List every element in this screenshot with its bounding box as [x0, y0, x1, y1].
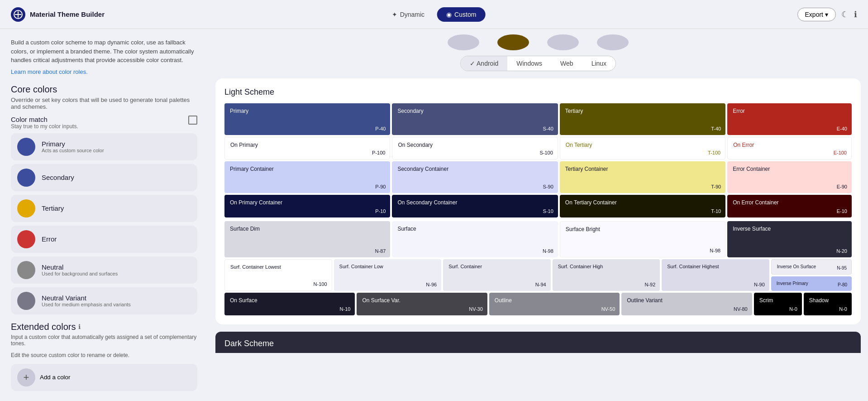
dark-mode-button[interactable]: ☾: [841, 10, 849, 19]
block-on-secondary[interactable]: On Secondary S-100: [392, 137, 558, 159]
error-color-circle: [17, 230, 35, 248]
color-item-tertiary[interactable]: Tertiary: [11, 195, 197, 222]
primary-label: Primary: [42, 140, 104, 148]
block-error[interactable]: Error E-40: [727, 103, 852, 135]
block-inverse-primary[interactable]: Inverse Primary P-80: [771, 276, 852, 291]
dynamic-icon: ✦: [392, 11, 397, 18]
block-surf-container-high[interactable]: Surf. Container High N-92: [553, 259, 660, 291]
block-surf-container-lowest[interactable]: Surf. Container Lowest N-100: [224, 259, 332, 291]
add-color-button[interactable]: + Add a color: [11, 364, 197, 391]
secondary-color-circle: [17, 169, 35, 187]
color-item-primary[interactable]: Primary Acts as custom source color: [11, 133, 197, 160]
color-item-secondary[interactable]: Secondary: [11, 164, 197, 191]
block-secondary-container[interactable]: Secondary Container S-90: [392, 161, 558, 193]
block-outline[interactable]: Outline NV-50: [489, 293, 620, 315]
tab-android[interactable]: ✓ Android: [461, 56, 507, 71]
scheme-row-container: Primary Container P-90 Secondary Contain…: [224, 161, 852, 193]
dynamic-tab[interactable]: ✦ Dynamic: [383, 7, 434, 22]
sidebar-description: Build a custom color scheme to map dynam…: [11, 38, 197, 65]
sidebar: Build a custom color scheme to map dynam…: [0, 29, 208, 401]
block-on-primary-container[interactable]: On Primary Container P-10: [224, 195, 390, 217]
add-icon: +: [17, 368, 35, 387]
light-scheme-card: Light Scheme Primary P-40 Secondary S-40…: [215, 78, 861, 324]
block-surface[interactable]: Surface N-98: [392, 221, 558, 257]
platform-tabs: ✓ Android Windows Web Linux: [460, 56, 616, 71]
block-primary[interactable]: Primary P-40: [224, 103, 390, 135]
block-on-error[interactable]: On Error E-100: [727, 137, 852, 159]
block-inverse-on-surface[interactable]: Inverse On Surface N-95: [771, 259, 852, 275]
scheme-row-on-surface: On Surface N-10 On Surface Var. NV-30 Ou…: [224, 293, 852, 315]
neutral-variant-label: Neutral Variant: [42, 294, 131, 302]
block-shadow[interactable]: Shadow N-0: [804, 293, 852, 315]
neutral-variant-sublabel: Used for medium emphasis and variants: [42, 302, 131, 307]
block-on-primary[interactable]: On Primary P-100: [224, 137, 390, 159]
block-on-surface[interactable]: On Surface N-10: [224, 293, 355, 315]
block-surf-container[interactable]: Surf. Container N-94: [443, 259, 551, 291]
color-item-neutral[interactable]: Neutral Used for background and surfaces: [11, 256, 197, 284]
extended-info-icon: ℹ: [78, 323, 81, 330]
secondary-label: Secondary: [42, 174, 74, 181]
block-surface-dim[interactable]: Surface Dim N-87: [224, 221, 390, 257]
scheme-row-top: Primary P-40 Secondary S-40 Tertiary T-4…: [224, 103, 852, 135]
extended-desc1: Input a custom color that automatically …: [11, 334, 197, 347]
export-button[interactable]: Export ▾: [797, 8, 836, 21]
brand: Material Theme Builder: [11, 7, 105, 22]
block-primary-container[interactable]: Primary Container P-90: [224, 161, 390, 193]
neutral-label: Neutral: [42, 263, 118, 271]
color-match-row: Color match Stay true to my color inputs…: [11, 116, 197, 130]
color-match-desc: Stay true to my color inputs.: [11, 123, 78, 130]
preview-circle-3: [547, 34, 579, 50]
color-item-error[interactable]: Error: [11, 226, 197, 253]
inverse-on-surface-col: Inverse On Surface N-95 Inverse Primary …: [771, 259, 852, 291]
block-inverse-surface[interactable]: Inverse Surface N-20: [727, 221, 852, 257]
primary-sublabel: Acts as custom source color: [42, 148, 104, 153]
block-on-error-container[interactable]: On Error Container E-10: [727, 195, 852, 217]
block-error-container[interactable]: Error Container E-90: [727, 161, 852, 193]
learn-more-link[interactable]: Learn more about color roles.: [11, 68, 88, 75]
platform-row: ✓ Android Windows Web Linux: [208, 56, 868, 78]
main-layout: Build a custom color scheme to map dynam…: [0, 29, 868, 401]
core-colors-title: Core colors: [11, 84, 197, 95]
neutral-color-circle: [17, 261, 35, 279]
block-surf-container-highest[interactable]: Surf. Container Highest N-90: [662, 259, 769, 291]
block-scrim[interactable]: Scrim N-0: [754, 293, 802, 315]
color-item-neutral-variant[interactable]: Neutral Variant Used for medium emphasis…: [11, 287, 197, 314]
tertiary-label: Tertiary: [42, 204, 64, 212]
color-match-title: Color match: [11, 116, 78, 123]
block-on-secondary-container[interactable]: On Secondary Container S-10: [392, 195, 558, 217]
block-surface-bright[interactable]: Surface Bright N-98: [560, 221, 725, 257]
block-tertiary[interactable]: Tertiary T-40: [560, 103, 725, 135]
brand-name: Material Theme Builder: [30, 10, 105, 18]
core-colors-subtitle: Override or set key colors that will be …: [11, 97, 197, 110]
neutral-sublabel: Used for background and surfaces: [42, 271, 118, 276]
neutral-variant-color-circle: [17, 292, 35, 310]
tertiary-color-circle: [17, 199, 35, 217]
top-nav: Material Theme Builder ✦ Dynamic ◉ Custo…: [0, 0, 868, 29]
dynamic-label: Dynamic: [400, 11, 424, 18]
preview-circle-4: [597, 34, 629, 50]
block-surf-container-low[interactable]: Surf. Container Low N-96: [334, 259, 442, 291]
preview-icons-row: [208, 29, 868, 50]
custom-label: Custom: [454, 11, 476, 18]
info-button[interactable]: ℹ: [854, 10, 857, 19]
tab-linux[interactable]: Linux: [582, 56, 615, 71]
custom-tab[interactable]: ◉ Custom: [437, 7, 485, 22]
custom-icon: ◉: [446, 11, 452, 18]
block-secondary[interactable]: Secondary S-40: [392, 103, 558, 135]
block-outline-variant[interactable]: Outline Variant NV-80: [621, 293, 752, 315]
tab-windows[interactable]: Windows: [507, 56, 551, 71]
dark-scheme-bar: Dark Scheme: [215, 332, 861, 353]
error-label: Error: [42, 235, 57, 243]
brand-icon: [11, 7, 25, 22]
block-on-tertiary[interactable]: On Tertiary T-100: [560, 137, 725, 159]
block-on-surface-var[interactable]: On Surface Var. NV-30: [357, 293, 487, 315]
block-on-tertiary-container[interactable]: On Tertiary Container T-10: [560, 195, 725, 217]
tab-web[interactable]: Web: [551, 56, 582, 71]
chevron-down-icon: ▾: [825, 11, 828, 18]
light-scheme-title: Light Scheme: [224, 87, 852, 97]
scheme-row-surf-container: Surf. Container Lowest N-100 Surf. Conta…: [224, 259, 852, 291]
block-tertiary-container[interactable]: Tertiary Container T-90: [560, 161, 725, 193]
dark-scheme-title: Dark Scheme: [224, 339, 852, 348]
extended-colors-title: Extended colors ℹ: [11, 322, 197, 332]
color-match-checkbox[interactable]: [188, 116, 197, 125]
